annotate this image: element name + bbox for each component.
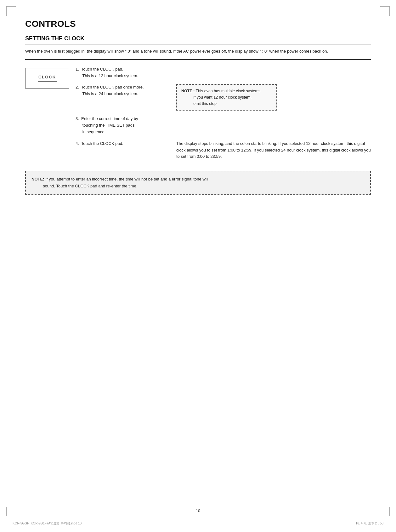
bottom-note-box: NOTE: If you attempt to enter an incorre… [25,171,371,195]
step-4-line1: Touch the CLOCK pad. [81,141,123,146]
step-1-indent [76,73,81,78]
step-2-note-label: NOTE : [181,89,195,93]
section-title: SETTING THE CLOCK [25,35,371,44]
footer-right: 16. 4. 6. 오후 2：53 [356,521,383,526]
corner-mark-tr [380,6,390,16]
step-2-line1: Touch the CLOCK pad once more. [81,85,144,89]
corner-mark-br [380,507,390,516]
left-column: CLOCK [25,66,76,166]
step-1-line2: This is a 12 hour clock system. [82,73,138,78]
step-1-text: 1. Touch the CLOCK pad. This is a 12 hou… [76,66,371,79]
clock-pad-line [38,81,57,82]
step-2-note-line3: omit this step. [193,101,218,106]
step-1-number: 1. [76,67,81,72]
step-2-text: 2. Touch the CLOCK pad once more. This i… [76,84,170,97]
step-2-note-line1: This oven has multiple clock systems. [196,89,262,93]
step-3-line2: touching the TIME SET pads [82,123,135,128]
footer-bar: KOR-9GGF_KOR-9G1F7A91(영)_규격용.indd 10 16.… [13,520,383,526]
step-2-note-indent [181,95,192,100]
step-2-note-box: NOTE : This oven has multiple clock syst… [176,84,277,111]
clock-pad-label: CLOCK [38,75,56,79]
step-2-note-line2: If you want 12 hour clock system, [193,95,252,100]
step-3-text: 3. Enter the correct time of day by touc… [76,116,371,135]
bottom-note-line2: sound. Touch the CLOCK pad and re-enter … [43,184,137,188]
corner-mark-bl [6,507,16,516]
corner-mark-tl [6,6,16,16]
step-4-description: The display stops blinking, and the colo… [176,140,371,160]
page-title: CONTROLS [25,19,371,29]
page-number: 10 [196,508,200,513]
step-1-line1: Touch the CLOCK pad. [81,67,123,72]
step-2-row: 2. Touch the CLOCK pad once more. This i… [76,84,371,111]
step-2-line2: This is a 24 hour clock system. [82,91,138,96]
step-4-text: 4. Touch the CLOCK pad. [76,140,170,147]
clock-pad-box: CLOCK [25,68,69,89]
step-3-indent2 [76,129,81,134]
bottom-note-indent [31,184,42,188]
bottom-note-line1: If you attempt to enter an incorrect tim… [45,177,208,181]
step-1-row: 1. Touch the CLOCK pad. This is a 12 hou… [76,66,371,79]
step-2-number: 2. [76,85,81,89]
right-column: 1. Touch the CLOCK pad. This is a 12 hou… [76,66,371,166]
steps-wrapper: CLOCK 1. Touch the CLOCK pad. This is a … [25,66,371,166]
step-3-line3: in sequence. [82,129,106,134]
bottom-note-label: NOTE: [31,177,44,181]
step-3-indent [76,123,81,128]
step-2-indent [76,91,81,96]
step-4-number: 4. [76,141,81,146]
step-2-note-indent2 [181,101,192,106]
step-4-row: 4. Touch the CLOCK pad. The display stop… [76,140,371,160]
step-3-number: 3. [76,116,81,121]
step-3-line1: Enter the correct time of day by [81,116,138,121]
footer-left: KOR-9GGF_KOR-9G1F7A91(영)_규격용.indd 10 [13,521,82,526]
page-container: CONTROLS SETTING THE CLOCK When the oven… [0,0,396,532]
intro-text: When the oven is first plugged in, the d… [25,48,371,60]
step-3-row: 3. Enter the correct time of day by touc… [76,116,371,135]
